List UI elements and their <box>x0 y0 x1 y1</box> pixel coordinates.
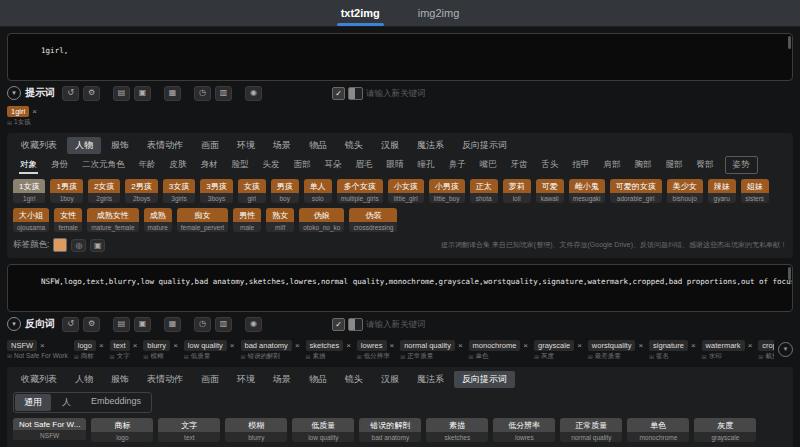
trash-icon[interactable]: ▥ <box>215 317 232 332</box>
panel-tab[interactable]: 镜头 <box>337 137 371 154</box>
category-tab[interactable]: 年龄 <box>132 157 163 173</box>
image-icon[interactable]: ▦ <box>164 86 181 101</box>
header-tab[interactable]: img2img <box>402 0 476 26</box>
chip[interactable]: worstquality × <box>588 340 643 351</box>
category-tab[interactable]: 臀部 <box>690 157 721 173</box>
sub-tab[interactable]: 通用 <box>15 394 51 411</box>
tag-button[interactable]: 2女孩 2girls <box>88 179 120 203</box>
category-tab[interactable]: 瞳孔 <box>411 157 442 173</box>
remove-icon[interactable]: × <box>99 341 104 350</box>
tag-button[interactable]: 伪娘 otoko_no_ko <box>299 208 344 232</box>
tag-button[interactable]: 雌小鬼 mesugaki <box>569 179 605 203</box>
chip[interactable]: blurry × <box>143 340 177 351</box>
category-tab[interactable]: 脸型 <box>225 157 256 173</box>
panel-tab[interactable]: 环境 <box>229 371 263 388</box>
tag-button[interactable]: 模糊 blurry <box>225 418 287 442</box>
remove-icon[interactable]: × <box>523 341 528 350</box>
tag-button[interactable]: 女孩 girl <box>238 179 266 203</box>
chip[interactable]: text × <box>110 340 138 351</box>
tag-button[interactable]: 灰度 grayscale <box>694 418 756 442</box>
panel-tab[interactable]: 场景 <box>265 371 299 388</box>
panel-tab[interactable]: 服饰 <box>103 371 137 388</box>
color-reset-icon[interactable]: ▣ <box>90 239 105 252</box>
settings-icon[interactable]: ⚙ <box>83 317 100 332</box>
new-keyword-input[interactable] <box>366 88 486 98</box>
history-icon[interactable]: ◷ <box>194 317 211 332</box>
category-tab[interactable]: 皮肤 <box>163 157 194 173</box>
collapse-icon[interactable]: ▾ <box>7 86 21 100</box>
remove-icon[interactable]: × <box>691 341 696 350</box>
category-tab[interactable]: 二次元角色 <box>75 157 132 173</box>
tag-button[interactable]: 可爱 kawaii <box>536 179 564 203</box>
category-tab[interactable]: 肩部 <box>597 157 628 173</box>
chip[interactable]: monochrome × <box>469 340 528 351</box>
tag-button[interactable]: 萝莉 loli <box>503 179 531 203</box>
negative-scrollbar-thumb[interactable] <box>788 267 791 280</box>
help-icon[interactable]: ◉ <box>245 317 262 332</box>
panel-tab[interactable]: 表情动作 <box>139 371 191 388</box>
category-tab[interactable]: 面部 <box>287 157 318 173</box>
tag-button[interactable]: 伪装 crossdressing <box>349 208 397 232</box>
tag-button[interactable]: 单色 monochrome <box>627 418 689 442</box>
category-tab[interactable]: 眉毛 <box>349 157 380 173</box>
chip[interactable]: low quality × <box>184 340 235 351</box>
panel-tab[interactable]: 魔法系 <box>409 371 452 388</box>
panel-tab[interactable]: 画面 <box>193 371 227 388</box>
tag-button[interactable]: 3男孩 3boys <box>200 179 232 203</box>
category-tab[interactable]: 耳朵 <box>318 157 349 173</box>
tag-button[interactable]: 女性 female <box>54 208 82 232</box>
remove-icon[interactable]: × <box>638 341 643 350</box>
category-tab[interactable]: 鼻子 <box>442 157 473 173</box>
panel-tab[interactable]: 魔法系 <box>409 137 452 154</box>
collapse-icon[interactable]: ▾ <box>7 317 21 331</box>
panel-tab[interactable]: 画面 <box>193 137 227 154</box>
tag-button[interactable]: 男性 male <box>233 208 261 232</box>
tag-button[interactable]: 男孩 boy <box>271 179 299 203</box>
tag-button[interactable]: 姐妹 sisters <box>741 179 769 203</box>
tag-button[interactable]: 素描 sketches <box>426 418 488 442</box>
remove-icon[interactable]: × <box>346 341 351 350</box>
category-tab[interactable]: 舌头 <box>535 157 566 173</box>
category-tab[interactable]: 对象 <box>13 157 44 173</box>
prompt-scrollbar-thumb[interactable] <box>788 36 791 49</box>
tag-button[interactable]: 小男孩 little_boy <box>429 179 465 203</box>
tag-button[interactable]: 商标 logo <box>91 418 153 442</box>
panel-tab[interactable]: 环境 <box>229 137 263 154</box>
chip[interactable]: normal quality × <box>400 340 462 351</box>
category-tab[interactable]: 指甲 <box>566 157 597 173</box>
panel-tab[interactable]: 人物 <box>67 371 101 388</box>
header-tab[interactable]: txt2img <box>325 0 396 26</box>
chip[interactable]: sketches × <box>306 340 351 351</box>
panel-tab[interactable]: 反向提示词 <box>454 137 515 154</box>
remove-icon[interactable]: × <box>295 341 300 350</box>
tag-button[interactable]: 大小姐 ojousama <box>13 208 49 232</box>
chip[interactable]: bad anatomy × <box>241 340 300 351</box>
tag-color-swatch[interactable] <box>53 238 67 252</box>
tag-button[interactable]: 低质量 low quality <box>292 418 354 442</box>
panel-tab[interactable]: 镜头 <box>337 371 371 388</box>
category-tab[interactable]: 头发 <box>256 157 287 173</box>
panel-tab[interactable]: 表情动作 <box>139 137 191 154</box>
remove-icon[interactable]: × <box>230 341 235 350</box>
chip[interactable]: logo × <box>74 340 104 351</box>
save-icon[interactable]: ▤ <box>113 317 130 332</box>
tag-button[interactable]: 痴女 female_pervert <box>177 208 228 232</box>
chip[interactable]: lowres × <box>357 340 394 351</box>
chip[interactable]: watermark × <box>702 340 753 351</box>
chip[interactable]: signature × <box>649 340 696 351</box>
prompt-textarea[interactable]: 1girl, <box>7 33 793 81</box>
chip[interactable]: grayscale × <box>534 340 582 351</box>
panel-tab[interactable]: 服饰 <box>103 137 137 154</box>
undo-icon[interactable]: ↺ <box>62 317 79 332</box>
remove-icon[interactable]: × <box>40 341 45 350</box>
remove-icon[interactable]: × <box>32 107 37 116</box>
tag-button[interactable]: Not Safe For W... NSFW <box>13 418 86 442</box>
notebook-icon[interactable]: ▣ <box>134 317 151 332</box>
tag-button[interactable]: 成熟女性 mature_female <box>87 208 138 232</box>
tag-button[interactable]: 单人 solo <box>304 179 332 203</box>
help-icon[interactable]: ◉ <box>245 86 262 101</box>
remove-icon[interactable]: × <box>577 341 582 350</box>
category-tab[interactable]: 身份 <box>44 157 75 173</box>
chip[interactable]: cropped × <box>758 340 774 351</box>
category-tab[interactable]: 嘴巴 <box>473 157 504 173</box>
